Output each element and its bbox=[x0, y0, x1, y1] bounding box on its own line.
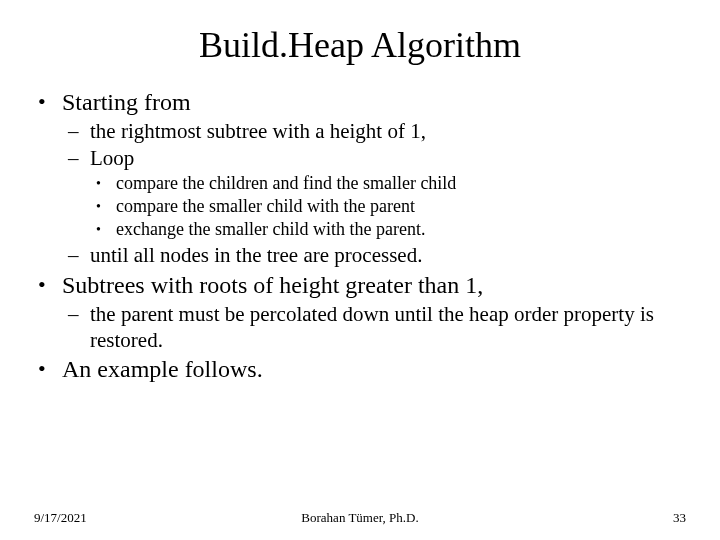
bullet-text: Starting from bbox=[62, 89, 191, 115]
footer-author: Borahan Tümer, Ph.D. bbox=[34, 510, 686, 526]
bullet-list: the parent must be percolated down until… bbox=[62, 302, 686, 353]
bullet-text: exchange the smaller child with the pare… bbox=[116, 219, 425, 239]
bullet-item: Starting from the rightmost subtree with… bbox=[34, 88, 686, 269]
bullet-item: the rightmost subtree with a height of 1… bbox=[62, 119, 686, 145]
bullet-item: until all nodes in the tree are processe… bbox=[62, 243, 686, 269]
bullet-list: the rightmost subtree with a height of 1… bbox=[62, 119, 686, 269]
bullet-list: compare the children and find the smalle… bbox=[90, 173, 686, 241]
bullet-item: compare the smaller child with the paren… bbox=[90, 196, 686, 218]
slide-body: Starting from the rightmost subtree with… bbox=[34, 88, 686, 385]
bullet-text: Loop bbox=[90, 146, 134, 170]
bullet-text: compare the children and find the smalle… bbox=[116, 173, 456, 193]
footer-page: 33 bbox=[673, 510, 686, 526]
bullet-item: exchange the smaller child with the pare… bbox=[90, 219, 686, 241]
bullet-text: An example follows. bbox=[62, 356, 263, 382]
bullet-text: until all nodes in the tree are processe… bbox=[90, 243, 422, 267]
bullet-item: Loop compare the children and find the s… bbox=[62, 146, 686, 241]
bullet-item: the parent must be percolated down until… bbox=[62, 302, 686, 353]
bullet-text: Subtrees with roots of height greater th… bbox=[62, 272, 483, 298]
slide-title: Build.Heap Algorithm bbox=[34, 24, 686, 66]
bullet-text: the parent must be percolated down until… bbox=[90, 302, 654, 352]
slide: Build.Heap Algorithm Starting from the r… bbox=[0, 0, 720, 540]
bullet-item: Subtrees with roots of height greater th… bbox=[34, 271, 686, 353]
bullet-item: An example follows. bbox=[34, 355, 686, 384]
bullet-text: compare the smaller child with the paren… bbox=[116, 196, 415, 216]
bullet-text: the rightmost subtree with a height of 1… bbox=[90, 119, 426, 143]
footer-date: 9/17/2021 bbox=[34, 510, 87, 526]
bullet-item: compare the children and find the smalle… bbox=[90, 173, 686, 195]
bullet-list: Starting from the rightmost subtree with… bbox=[34, 88, 686, 385]
slide-footer: 9/17/2021 Borahan Tümer, Ph.D. 33 bbox=[34, 510, 686, 526]
